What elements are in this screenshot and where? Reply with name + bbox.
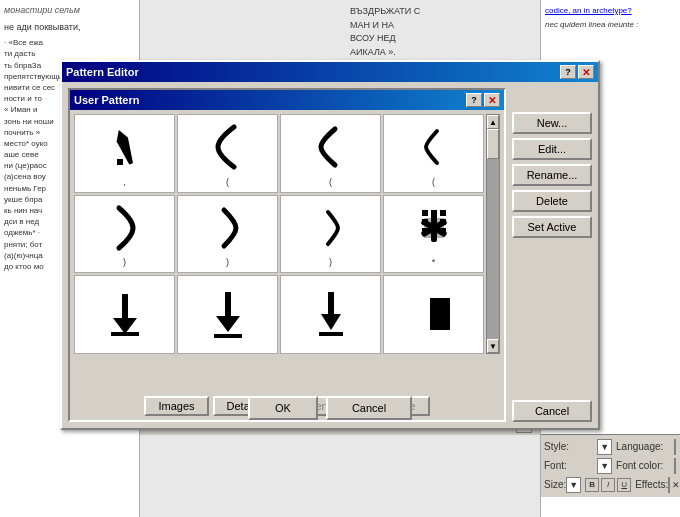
pattern-cell-10[interactable] [177, 275, 278, 354]
pattern-cell-6[interactable]: ) [177, 195, 278, 274]
svg-rect-23 [430, 298, 450, 330]
pattern-cell-12[interactable] [383, 275, 484, 354]
user-pattern-titlebar: User Pattern ? ✕ [70, 90, 504, 110]
inner-titlebar-buttons: ? ✕ [466, 93, 500, 107]
pattern-symbol-9 [105, 286, 145, 341]
svg-rect-13 [440, 228, 446, 234]
right-side-buttons: New... Edit... Rename... Delete Set Acti… [512, 88, 592, 422]
pattern-cell-9[interactable] [74, 275, 175, 354]
svg-marker-21 [321, 314, 341, 330]
scrollbar-down-btn[interactable]: ▼ [487, 339, 499, 353]
pattern-symbol-3 [311, 120, 351, 175]
svg-rect-10 [440, 219, 446, 225]
svg-rect-5 [422, 210, 428, 216]
pattern-editor-title: Pattern Editor [66, 66, 139, 78]
pattern-editor-close-btn[interactable]: ✕ [578, 65, 594, 79]
svg-rect-20 [328, 292, 334, 316]
rename-btn[interactable]: Rename... [512, 164, 592, 186]
pattern-label-7: ) [329, 257, 332, 267]
titlebar-buttons: ? ✕ [560, 65, 594, 79]
set-active-btn[interactable]: Set Active [512, 216, 592, 238]
pattern-symbol-8 [414, 200, 454, 255]
pattern-symbol-11 [311, 286, 351, 341]
svg-rect-9 [431, 219, 437, 225]
pattern-grid-container: , ( [70, 110, 504, 392]
user-pattern-help-btn[interactable]: ? [466, 93, 482, 107]
svg-rect-8 [422, 219, 428, 225]
edit-btn[interactable]: Edit... [512, 138, 592, 160]
svg-rect-19 [214, 334, 242, 338]
pattern-cell-3[interactable]: ( [280, 114, 381, 193]
pattern-cell-5[interactable]: ) [74, 195, 175, 274]
delete-btn[interactable]: Delete [512, 190, 592, 212]
cancel-btn[interactable]: Cancel [326, 396, 412, 420]
user-pattern-close-btn[interactable]: ✕ [484, 93, 500, 107]
pattern-symbol-12 [414, 286, 454, 341]
dialog-bottom-buttons: OK Cancel [62, 396, 598, 420]
pattern-cell-8[interactable]: * [383, 195, 484, 274]
scrollbar-up-btn[interactable]: ▲ [487, 115, 499, 129]
dialog-body: User Pattern ? ✕ [62, 82, 598, 428]
svg-rect-17 [225, 292, 231, 318]
pattern-label-1: , [123, 177, 126, 187]
svg-rect-12 [431, 228, 437, 234]
pattern-symbol-7 [311, 200, 351, 255]
pattern-label-2: ( [226, 177, 229, 187]
pattern-symbol-10 [208, 286, 248, 341]
pattern-cell-1[interactable]: , [74, 114, 175, 193]
pattern-symbol-1 [105, 120, 145, 175]
pattern-label-4: ( [432, 177, 435, 187]
pattern-label-3: ( [329, 177, 332, 187]
svg-marker-15 [113, 318, 137, 334]
pattern-grid: , ( [74, 114, 500, 354]
pattern-cell-7[interactable]: ) [280, 195, 381, 274]
pattern-editor-dialog: Pattern Editor ? ✕ User Pattern ? ✕ [60, 60, 600, 430]
user-pattern-panel: User Pattern ? ✕ [68, 88, 506, 422]
pattern-cell-11[interactable] [280, 275, 381, 354]
pattern-label-5: ) [123, 257, 126, 267]
user-pattern-title: User Pattern [74, 94, 139, 106]
pattern-label-8: * [432, 257, 436, 267]
pattern-editor-help-btn[interactable]: ? [560, 65, 576, 79]
pattern-symbol-2 [208, 120, 248, 175]
pattern-grid-scrollbar[interactable]: ▲ ▼ [486, 114, 500, 354]
pattern-cell-4[interactable]: ( [383, 114, 484, 193]
svg-rect-22 [319, 332, 343, 336]
scrollbar-track[interactable] [487, 129, 499, 339]
pattern-editor-titlebar: Pattern Editor ? ✕ [62, 62, 598, 82]
pattern-symbol-4 [414, 120, 454, 175]
svg-rect-6 [431, 210, 437, 216]
svg-rect-0 [117, 159, 123, 165]
pattern-label-6: ) [226, 257, 229, 267]
svg-rect-11 [422, 228, 428, 234]
pattern-symbol-5 [105, 200, 145, 255]
svg-rect-14 [122, 294, 128, 322]
pattern-cell-2[interactable]: ( [177, 114, 278, 193]
svg-rect-7 [440, 210, 446, 216]
svg-marker-18 [216, 316, 240, 332]
new-btn[interactable]: New... [512, 112, 592, 134]
scrollbar-thumb[interactable] [487, 129, 499, 159]
svg-rect-16 [111, 332, 139, 336]
pattern-symbol-6 [208, 200, 248, 255]
ok-btn[interactable]: OK [248, 396, 318, 420]
